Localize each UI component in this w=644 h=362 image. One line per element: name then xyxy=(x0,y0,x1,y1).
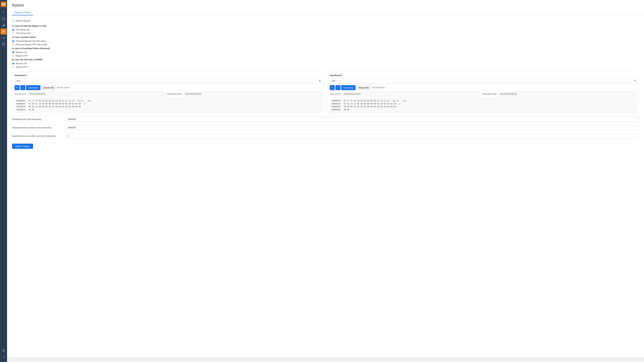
heartbeat-a-plus-button[interactable]: + xyxy=(14,85,20,90)
page-header: Bypass Bypass Settings xyxy=(7,0,644,15)
physical-bypass-off-label: Physical Bypass OFF (fail close) xyxy=(16,43,47,46)
heartbeat-b-dest-mac-input[interactable]: 00:00:00:00:00:00 xyxy=(499,92,636,96)
heartbeat-a-button-row: + - Download Choose file No file chosen xyxy=(14,85,321,90)
document-icon[interactable] xyxy=(0,41,6,47)
manual-bypass-label: Manual Bypass xyxy=(16,19,31,22)
section-manual-on-label: In case the Manual Bypass is ON xyxy=(12,25,639,27)
hex-line-a-0: 00000000 81 37 FF 00 30 00 00 00 00 00 E… xyxy=(16,99,320,102)
hex-line-a-3: 00000030 00 00 xyxy=(16,108,320,111)
bypass-on-tap-radio[interactable]: Bypass ON xyxy=(12,62,639,65)
heartbeat-a-select[interactable]: IPX xyxy=(14,78,321,83)
bypass-off-tap-radio[interactable]: Bypass OFF xyxy=(12,66,639,68)
heartbeat-a-minus-button[interactable]: - xyxy=(20,85,25,90)
heartbeat-b-plus-button[interactable]: + xyxy=(330,85,335,90)
heartbeat-b-panel: Heartbeat B IPX + - Download Choose file… xyxy=(327,72,639,115)
page-title: Bypass xyxy=(12,3,639,7)
heartbeat-b-download-button[interactable]: Download xyxy=(341,85,356,90)
tab-bypass-settings[interactable]: Bypass Settings xyxy=(12,10,33,15)
page-area: Bypass Bypass Settings Manual Bypass In … xyxy=(7,0,644,362)
section-tap-link-down-label: In case the TAP link is DOWN xyxy=(12,58,639,61)
svg-rect-6 xyxy=(3,25,4,26)
cross-icon[interactable] xyxy=(0,28,6,34)
heartbeat-a-title: Heartbeat A xyxy=(14,74,321,77)
bypass-on-hb-radio[interactable]: Bypass ON xyxy=(12,51,639,53)
svg-point-15 xyxy=(2,350,4,352)
power-failure-group: Physical Bypass ON (fail open) Physical … xyxy=(12,40,639,46)
heartbeat-b-hex-display: 00000000 81 37 FF 00 30 00 00 00 00 00 E… xyxy=(330,98,636,113)
heartbeat-a-download-button[interactable]: Download xyxy=(26,85,40,90)
heartbeat-panels-row: Heartbeat A IPX + - Download Choose file… xyxy=(12,72,639,115)
manual-bypass-checkbox[interactable] xyxy=(12,20,14,22)
heartbeat-a-dest-mac-input[interactable]: 00:00:00:00:00:00 xyxy=(184,92,321,96)
hex-line-b-1: 00000010 01 02 C6 13 00 00 00 00 00 00 0… xyxy=(332,102,634,105)
heartbeat-a-panel: Heartbeat A IPX + - Download Choose file… xyxy=(12,72,324,115)
tap-mode-on-radio[interactable]: TAP Mode ON xyxy=(12,28,639,31)
heartbeat-rate-input[interactable] xyxy=(66,117,639,122)
apply-changes-button[interactable]: Apply changes xyxy=(12,144,33,149)
svg-point-10 xyxy=(3,37,4,38)
physical-bypass-on-label: Physical Bypass ON (fail open) xyxy=(16,40,46,42)
app-logo: 5P xyxy=(0,1,6,7)
heartbeat-recovery-input[interactable] xyxy=(66,134,639,138)
heartbeat-failure-group: Bypass ON Bypass OFF xyxy=(12,51,639,57)
heartbeat-b-dest-mac-label: Destination MAC xyxy=(482,93,497,95)
manual-bypass-checkbox-row[interactable]: Manual Bypass xyxy=(12,19,639,22)
heartbeat-b-source-mac-input[interactable]: 00:00:00:00:00:00 xyxy=(343,92,480,96)
gear-icon[interactable] xyxy=(0,35,6,41)
heartbeat-recovery-row: Heartbeat recovery after (number of pack… xyxy=(12,132,639,140)
heartbeat-failure-label: Heartbeat failure timeout (microseconds) xyxy=(12,126,66,129)
heartbeat-a-source-mac-input[interactable]: 00:00:00:00:00:00 xyxy=(28,92,165,96)
heartbeat-b-minus-button[interactable]: - xyxy=(336,85,340,90)
section-power-failure-label: In case of power failure xyxy=(12,36,639,38)
bypass-off-hb-label: Bypass OFF xyxy=(16,54,28,57)
heartbeat-failure-input[interactable] xyxy=(66,125,639,130)
heartbeat-rate-label: Heartbeat rate (microseconds) xyxy=(12,118,66,121)
physical-bypass-off-radio[interactable]: Physical Bypass OFF (fail close) xyxy=(12,43,639,46)
svg-rect-5 xyxy=(2,25,3,26)
heartbeat-b-mac-row: Source MAC 00:00:00:00:00:00 Destination… xyxy=(330,92,636,96)
bypass-off-tap-label: Bypass OFF xyxy=(16,66,28,68)
main-content: Bypass Bypass Settings Manual Bypass In … xyxy=(7,0,644,362)
chart-icon[interactable] xyxy=(0,22,6,28)
physical-bypass-on-radio[interactable]: Physical Bypass ON (fail open) xyxy=(12,40,639,42)
heartbeat-b-source-mac-label: Source MAC xyxy=(330,93,341,95)
heartbeat-a-hex-display: 00000000 81 37 FF 00 30 00 00 00 00 00 E… xyxy=(14,98,321,113)
heartbeat-b-select[interactable]: IPX xyxy=(330,78,636,83)
heartbeat-a-no-file-text: No file chosen xyxy=(57,86,70,89)
heartbeat-a-mac-row: Source MAC 00:00:00:00:00:00 Destination… xyxy=(14,92,321,96)
heartbeat-failure-row: Heartbeat failure timeout (microseconds) xyxy=(12,124,639,132)
tab-bar: Bypass Settings xyxy=(12,10,639,15)
svg-text:5P: 5P xyxy=(2,3,5,6)
tap-mode-on-label: TAP Mode ON xyxy=(16,28,30,31)
hex-line-b-0: 00000000 81 37 FF 00 30 00 00 00 00 00 E… xyxy=(332,99,634,102)
hex-line-b-2: 00000020 00 00 00 00 00 00 00 00 00 00 0… xyxy=(332,105,634,108)
monitor-icon[interactable] xyxy=(0,16,6,22)
arrow-right-icon[interactable] xyxy=(0,348,6,354)
heartbeat-a-dest-mac-label: Destination MAC xyxy=(167,93,182,95)
heartbeat-rate-row: Heartbeat rate (microseconds) xyxy=(12,115,639,124)
svg-rect-7 xyxy=(4,24,4,26)
bypass-on-tap-label: Bypass ON xyxy=(16,62,27,65)
heartbeat-a-choose-file-button[interactable]: Choose file xyxy=(41,85,56,90)
heartbeat-b-button-row: + - Download Choose file No file chosen xyxy=(330,85,636,90)
heartbeat-b-no-file-text: No file chosen xyxy=(372,86,385,89)
tap-mode-group: TAP Mode ON TAP Mode OFF xyxy=(12,28,639,34)
svg-rect-2 xyxy=(2,17,5,19)
heartbeat-b-title: Heartbeat B xyxy=(330,74,636,77)
tap-mode-off-radio[interactable]: TAP Mode OFF xyxy=(12,32,639,34)
heartbeat-a-source-mac-label: Source MAC xyxy=(14,93,26,95)
sidebar-bottom xyxy=(0,348,6,362)
section-heartbeat-failure-label: In case of heartbeat failure (timeout) xyxy=(12,47,639,50)
heartbeat-b-choose-file-button[interactable]: Choose file xyxy=(356,85,371,90)
hex-line-a-2: 00000020 00 00 00 00 00 00 00 00 00 00 0… xyxy=(16,105,320,108)
form-content: Manual Bypass In case the Manual Bypass … xyxy=(7,15,644,357)
tap-mode-off-label: TAP Mode OFF xyxy=(16,32,31,34)
hex-line-a-1: 00000010 01 02 C6 13 00 00 00 00 00 00 0… xyxy=(16,102,320,105)
bypass-off-hb-radio[interactable]: Bypass OFF xyxy=(12,54,639,57)
refresh-icon[interactable]: ↻ xyxy=(0,9,6,15)
tap-link-down-group: Bypass ON Bypass OFF xyxy=(12,62,639,68)
sidebar: 5P ↻ xyxy=(0,0,7,362)
chevron-right-icon[interactable] xyxy=(0,354,6,360)
heartbeat-recovery-label: Heartbeat recovery after (number of pack… xyxy=(12,135,66,137)
bypass-on-hb-label: Bypass ON xyxy=(16,51,27,53)
